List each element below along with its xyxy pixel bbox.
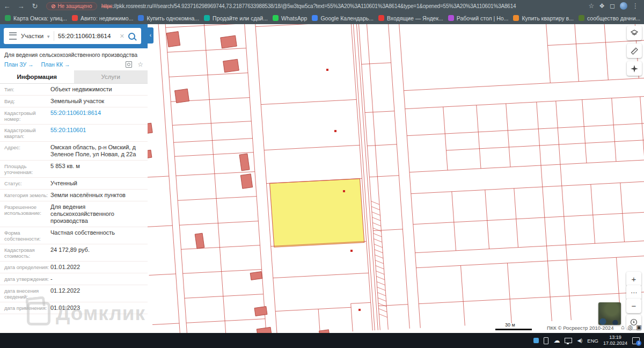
attribute-row: Категория земель:Земли населённых пункто…	[0, 190, 148, 201]
plan-kk-link[interactable]: План КК →	[41, 61, 70, 68]
divider	[54, 31, 54, 41]
clear-search-icon[interactable]: ✕	[120, 33, 125, 40]
bookmark-item[interactable]: Входящие — Яндек...	[378, 15, 443, 21]
plus-icon: +	[632, 274, 636, 284]
onedrive-icon[interactable]: ☁	[553, 337, 560, 344]
bookmark-item[interactable]: WhatsApp	[273, 15, 307, 21]
language-indicator[interactable]: ENG	[587, 338, 598, 344]
bookmark-item[interactable]: Авито: недвижимо...	[72, 15, 134, 21]
tab-services[interactable]: Услуги	[74, 70, 148, 83]
notifications-icon[interactable]: 3	[632, 337, 640, 344]
bookmark-item[interactable]: Купить квартиру в...	[513, 15, 574, 21]
parcel-info-panel: Участки ▼ 55:20:110601:8614 ✕ ‹ Земельны…	[0, 24, 148, 333]
bookmark-item[interactable]: Карта Омска: улиц...	[5, 15, 67, 21]
bookmark-label: Авито: недвижимо...	[80, 15, 134, 21]
attribute-value: Земли населённых пунктов	[50, 192, 148, 199]
bookmark-star-icon[interactable]: ☆	[589, 2, 595, 10]
zoom-out-button[interactable]: −	[626, 299, 641, 313]
highlighted-parcel[interactable]	[269, 179, 364, 248]
display-icon[interactable]	[565, 338, 572, 343]
extensions-icon[interactable]: ❖	[599, 2, 605, 10]
point-marker	[326, 69, 328, 71]
menu-burger-icon[interactable]	[9, 32, 17, 40]
parcel-usage: Для ведения сельскохозяйственного произв…	[4, 52, 143, 58]
search-input[interactable]: 55:20:110601:8614	[58, 33, 116, 39]
profile-avatar[interactable]	[620, 2, 627, 10]
clock[interactable]: 13:19 17.02.2024	[603, 335, 627, 346]
bookmark-favicon	[204, 15, 210, 21]
cadastral-map[interactable]: + ⋯ − 30 м ПКК © Росреестр 2010-2024 ⌂ ◎…	[148, 24, 644, 333]
bookmark-item[interactable]: Рабочий стол | Но...	[448, 15, 509, 21]
attribute-value: Для ведения сельскохозяйственного произв…	[50, 204, 148, 224]
favorite-star-icon[interactable]: ☆	[137, 61, 143, 68]
url-input[interactable]: https://pkk.rosreestr.ru/#/search/54.923…	[101, 3, 586, 9]
building-footprint	[223, 59, 239, 73]
zoom-in-button[interactable]: +	[626, 272, 641, 286]
attribute-row: Кадастровый номер:55:20:110601:8614	[0, 107, 148, 125]
reload-icon[interactable]: ↻	[28, 2, 42, 10]
bookmark-favicon	[273, 15, 279, 21]
scale-line	[495, 329, 532, 330]
toolbar-right-icons: ☆ ❖ ◻ ⋮	[589, 2, 639, 10]
search-strip: Участки ▼ 55:20:110601:8614 ✕	[0, 24, 148, 48]
attribute-value: Омская область, р-н Омский, д Зеленое По…	[50, 144, 148, 158]
plan-zu-link[interactable]: План ЗУ →	[4, 61, 34, 68]
attribution-icons: ⌂ ◎ ▣	[621, 324, 642, 331]
search-category-select[interactable]: Участки	[21, 33, 43, 39]
search-box[interactable]: Участки ▼ 55:20:110601:8614 ✕	[4, 28, 141, 44]
attribute-value: 01.01.2022	[50, 264, 148, 271]
security-badge[interactable]: ⊘ Не защищено	[46, 2, 97, 10]
tab-groups-icon[interactable]: ◻	[610, 2, 615, 10]
bookmark-items: Карта Омска: улиц...Авито: недвижимо...К…	[0, 15, 644, 21]
speaker-icon[interactable]: ◀)	[577, 338, 582, 343]
tab-information[interactable]: Информация	[0, 70, 74, 83]
measure-ruler-button[interactable]	[627, 44, 642, 58]
attribute-label: Площадь уточненная:	[4, 163, 50, 175]
security-badge-label: Не защищено	[57, 3, 92, 9]
attribute-value-link[interactable]: 55:20:110601:8614	[50, 110, 148, 122]
bookmark-item[interactable]: Купить однокомна...	[138, 15, 199, 21]
back-icon[interactable]: ←	[0, 2, 14, 10]
home-icon[interactable]: ⌂	[621, 324, 625, 331]
forward-icon[interactable]: →	[14, 2, 28, 10]
scale-label: 30 м	[505, 322, 515, 328]
zoom-options-button[interactable]: ⋯	[626, 285, 641, 300]
attribute-row: дата внесения сведений:01.12.2022	[0, 285, 148, 302]
attribute-label: Форма собственности:	[4, 229, 50, 242]
attribute-value-link[interactable]: 55:20:110601	[50, 127, 148, 139]
zoom-to-parcel-icon[interactable]	[126, 61, 132, 68]
attribute-value: Частная собственность	[50, 229, 148, 242]
bookmark-favicon	[312, 15, 318, 21]
defender-icon[interactable]	[533, 338, 539, 343]
tray-date: 17.02.2024	[603, 340, 627, 346]
map-canvas[interactable]	[148, 24, 644, 333]
chevron-down-icon[interactable]: ▼	[46, 34, 50, 39]
layers-button[interactable]	[627, 26, 642, 40]
bookmark-label: Google Календарь...	[320, 15, 374, 21]
building-footprint	[240, 174, 252, 189]
fullscreen-icon[interactable]: ▣	[636, 324, 641, 331]
bookmark-item[interactable]: Google Календарь...	[312, 15, 374, 21]
search-icon[interactable]	[128, 33, 135, 40]
menu-dots-icon[interactable]: ⋮	[632, 2, 639, 10]
tray-time: 13:19	[609, 335, 621, 340]
attribute-value: Учтенный	[50, 180, 148, 187]
bookmark-item[interactable]: сообщество дачни...	[579, 15, 640, 21]
attribute-value: Объект недвижимости	[50, 86, 148, 93]
basemap-thumbnail[interactable]	[598, 302, 621, 325]
panel-tabs: Информация Услуги	[0, 70, 148, 84]
scale-bar: 30 м	[495, 322, 532, 330]
attribute-row: Кадастровая стоимость:24 172,89 руб.	[0, 244, 148, 262]
bookmark-label: Купить квартиру в...	[522, 15, 574, 21]
attribute-label: дата утверждения:	[4, 276, 50, 282]
attribute-label: Кадастровый номер:	[4, 110, 50, 122]
building-footprint	[195, 233, 204, 249]
your-phone-icon[interactable]	[544, 337, 548, 344]
compass-button[interactable]	[627, 61, 642, 76]
bookmark-item[interactable]: Продайте или сдай...	[204, 15, 268, 21]
point-marker	[350, 250, 353, 252]
panel-collapse-button[interactable]: ‹	[148, 27, 153, 44]
attribute-value: 24 172,89 руб.	[50, 247, 148, 259]
attribute-value: 01.01.2023	[50, 305, 148, 311]
target-icon[interactable]: ◎	[628, 324, 633, 331]
